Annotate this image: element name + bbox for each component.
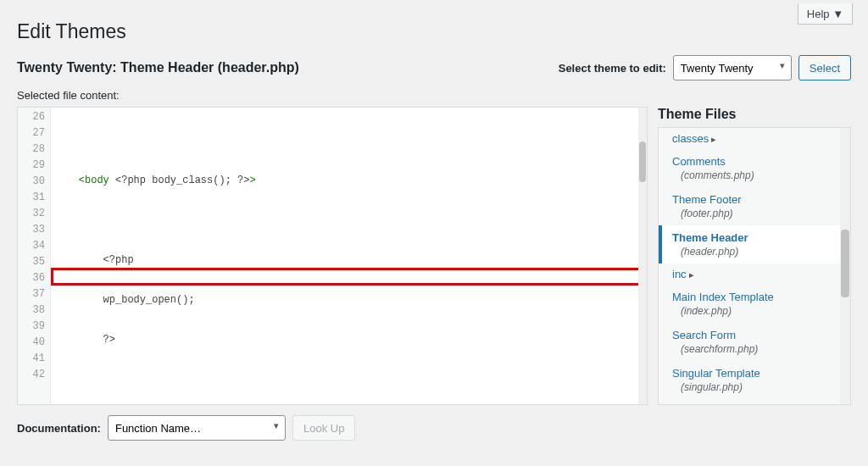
select-button[interactable]: Select [798,55,851,80]
file-searchform[interactable]: Search Form(searchform.php) [659,323,850,361]
editor-scrollbar[interactable] [638,108,647,404]
theme-select[interactable]: Twenty Twenty [673,55,792,80]
folder-inc[interactable]: inc [659,264,850,285]
select-theme-form: Select theme to edit: Twenty Twenty Sele… [559,55,851,80]
theme-files-title: Theme Files [658,107,851,122]
documentation-select[interactable]: Function Name… [108,415,286,441]
theme-files-list: classes Comments(comments.php) Theme Foo… [658,127,851,405]
file-index[interactable]: Main Index Template(index.php) [659,285,850,323]
file-title: Twenty Twenty: Theme Header (header.php) [17,60,299,75]
select-theme-label: Select theme to edit: [559,62,666,75]
selected-file-label: Selected file content: [17,89,851,102]
highlight-box [51,268,647,286]
file-comments[interactable]: Comments(comments.php) [659,149,850,187]
folder-classes[interactable]: classes [659,128,850,149]
lookup-button[interactable]: Look Up [292,415,355,441]
code-area[interactable]: <body <?php body_class(); ?>> <?php wp_b… [51,108,647,404]
page-title: Edit Themes [17,20,851,43]
file-singular[interactable]: Singular Template(singular.php) [659,361,850,399]
code-editor[interactable]: 2627282930313233343536373839404142 <body… [17,107,648,405]
files-scrollbar[interactable] [840,128,850,404]
file-header[interactable]: Theme Header(header.php) [659,225,850,264]
line-gutter: 2627282930313233343536373839404142 [18,108,51,404]
file-footer[interactable]: Theme Footer(footer.php) [659,187,850,225]
help-tab[interactable]: Help ▼ [798,3,853,25]
documentation-label: Documentation: [17,422,101,435]
